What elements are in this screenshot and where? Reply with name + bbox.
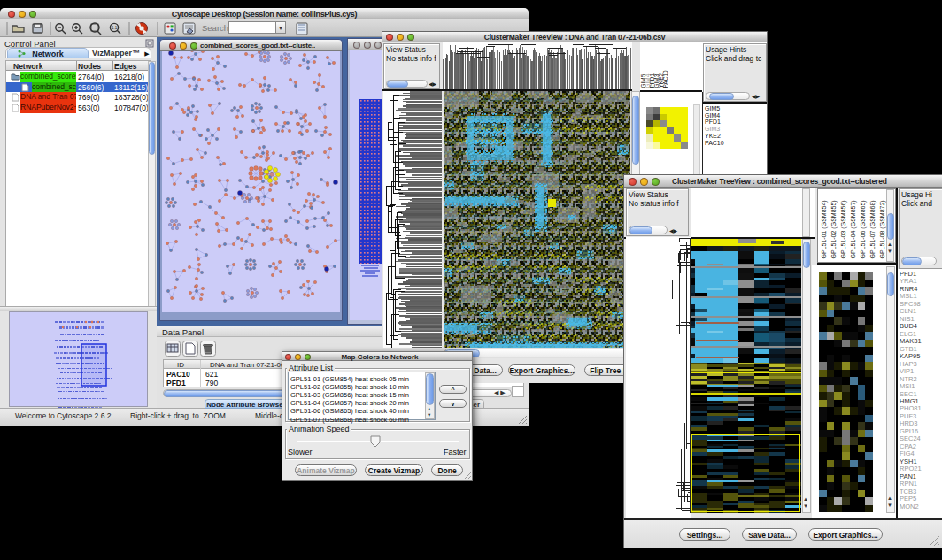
svg-text:1:1: 1:1: [112, 26, 118, 30]
